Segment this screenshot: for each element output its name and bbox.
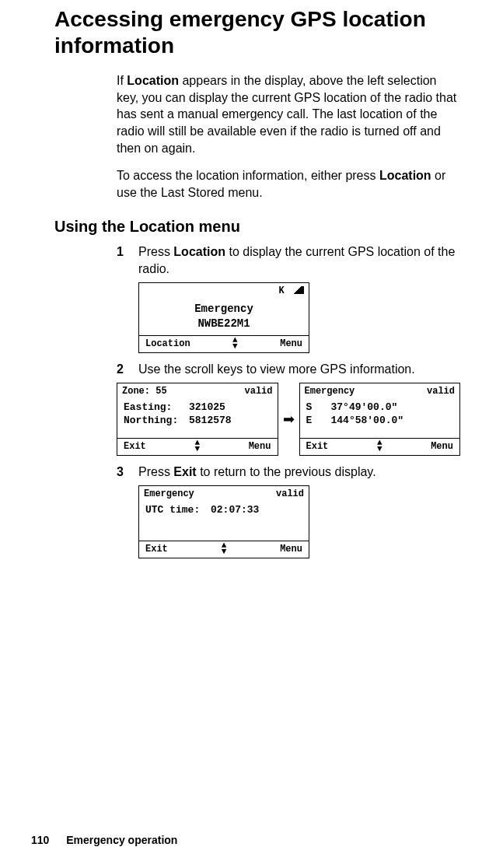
scroll-updown-icon[interactable]: ▲▼ — [222, 543, 227, 555]
step-3-pre: Press — [138, 465, 173, 478]
step-2: 2 Use the scroll keys to view more GPS i… — [117, 361, 460, 456]
step-1-pre: Press — [138, 245, 173, 258]
softkey-exit[interactable]: Exit — [306, 440, 329, 453]
main-line2: NWBE22M1 — [139, 317, 309, 332]
intro-paragraph-2: To access the location information, eith… — [117, 167, 460, 201]
zone-header-left: Zone: 55 — [122, 385, 167, 397]
northing-value: 5812578 — [189, 414, 232, 428]
subheading: Using the Location menu — [54, 218, 460, 236]
step-1-bold: Location — [173, 245, 225, 258]
step-3: 3 Press Exit to return to the previous d… — [117, 464, 460, 558]
utc-header-left: Emergency — [144, 488, 194, 500]
lon-value: 144°58'00.0" — [331, 414, 404, 428]
softkey-exit[interactable]: Exit — [124, 440, 146, 453]
main-line1: Emergency — [139, 302, 309, 317]
screen-main: K Emergency NWBE22M1 Location ▲▼ Menu — [138, 282, 309, 354]
lon-dir: E — [306, 414, 316, 428]
latlon-header-left: Emergency — [305, 385, 355, 397]
lat-value: 37°49'00.0" — [331, 401, 398, 415]
softkey-exit[interactable]: Exit — [145, 543, 168, 555]
screen-zone: Zone: 55 valid Easting: 321025 Northing:… — [117, 383, 278, 456]
utc-header-right: valid — [276, 488, 304, 500]
scroll-updown-icon[interactable]: ▲▼ — [232, 338, 238, 349]
page-number: 110 — [31, 834, 49, 846]
utc-value: 02:07:33 — [211, 503, 259, 517]
step-2-number: 2 — [117, 361, 124, 378]
intro-text-bold: Location — [127, 74, 179, 87]
softkey-menu[interactable]: Menu — [280, 338, 302, 350]
step-2-text: Use the scroll keys to view more GPS inf… — [138, 362, 415, 376]
latlon-header-right: valid — [427, 385, 455, 397]
step-3-post: to return to the previous display. — [197, 465, 376, 478]
lat-dir: S — [306, 401, 316, 415]
softkey-location[interactable]: Location — [145, 338, 190, 350]
step-3-number: 3 — [117, 464, 124, 481]
northing-label: Northing: — [124, 414, 180, 428]
intro-text-pre: If — [117, 74, 127, 87]
intro-paragraph-1: If Location appears in the display, abov… — [117, 72, 460, 156]
section-name: Emergency operation — [66, 834, 177, 846]
step-3-bold: Exit — [173, 465, 196, 478]
utc-label: UTC time: — [145, 503, 201, 517]
signal-icon — [290, 286, 304, 294]
softkey-menu[interactable]: Menu — [249, 440, 271, 453]
zone-header-right: valid — [244, 385, 272, 397]
page-title: Accessing emergency GPS location informa… — [54, 6, 460, 58]
step-1-number: 1 — [117, 243, 124, 261]
softkey-menu[interactable]: Menu — [431, 440, 453, 453]
scroll-updown-icon[interactable]: ▲▼ — [377, 440, 382, 452]
softkey-menu[interactable]: Menu — [280, 543, 302, 555]
page-footer: 110 Emergency operation — [31, 834, 177, 846]
status-letter: K — [279, 285, 285, 296]
intro2-bold: Location — [379, 169, 431, 182]
easting-value: 321025 — [189, 401, 225, 415]
step-1: 1 Press Location to display the current … — [117, 243, 460, 353]
screen-latlon: Emergency valid S 37°49'00.0" E 144°58'0… — [299, 383, 461, 456]
arrow-right-icon: ➡ — [283, 410, 295, 429]
easting-label: Easting: — [124, 401, 180, 415]
scroll-updown-icon[interactable]: ▲▼ — [194, 440, 200, 452]
screen-utc: Emergency valid UTC time: 02:07:33 Exit … — [138, 485, 309, 558]
intro2-pre: To access the location information, eith… — [117, 169, 379, 182]
